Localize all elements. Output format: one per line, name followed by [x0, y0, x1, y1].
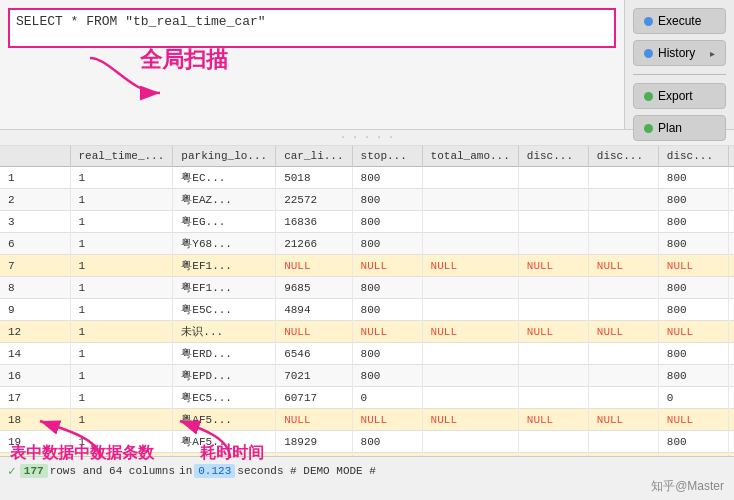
table-cell: 粤EG...: [173, 211, 276, 233]
table-cell: 5018: [276, 167, 352, 189]
table-cell: [518, 189, 588, 211]
table-cell: 粤Y68...: [173, 233, 276, 255]
results-table: real_time_... parking_lo... car_li... st…: [0, 146, 734, 456]
table-cell: [518, 431, 588, 453]
table-row: 171粤EC5...607170000: [0, 387, 734, 409]
col-header-6: disc...: [588, 146, 658, 167]
table-row: 31粤EG...1683680080000: [0, 211, 734, 233]
table-cell: 800: [352, 211, 422, 233]
export-label: Export: [658, 89, 693, 103]
table-cell: 800: [352, 365, 422, 387]
status-check-icon: ✓: [8, 463, 16, 479]
table-cell: NULL: [728, 255, 734, 277]
table-cell: [588, 211, 658, 233]
table-cell: [588, 233, 658, 255]
table-cell: 粤EAZ...: [173, 189, 276, 211]
sql-textarea[interactable]: SELECT * FROM "tb_real_time_car": [8, 8, 616, 48]
table-cell: 800: [658, 299, 728, 321]
status-time-value: 0.123: [194, 464, 235, 478]
table-cell: NULL: [518, 255, 588, 277]
table-cell: [588, 343, 658, 365]
plan-button[interactable]: Plan: [633, 115, 726, 141]
table-cell: [518, 387, 588, 409]
status-rows-suffix: rows and 64 columns: [50, 465, 175, 477]
table-row: 71粤EF1...NULLNULLNULLNULLNULLNULLNULLNUL…: [0, 255, 734, 277]
execute-button[interactable]: Execute: [633, 8, 726, 34]
table-cell: 粤EF1...: [173, 255, 276, 277]
table-cell: 1: [70, 211, 173, 233]
table-cell: 6546: [276, 343, 352, 365]
btn-separator: [633, 74, 726, 75]
export-button[interactable]: Export: [633, 83, 726, 109]
table-cell: [422, 343, 518, 365]
table-cell: 18929: [276, 431, 352, 453]
table-cell: 粤ERD...: [173, 343, 276, 365]
table-cell: 21266: [276, 233, 352, 255]
plan-dot-icon: [644, 124, 653, 133]
annotation-quanju: 全局扫描: [140, 45, 228, 75]
table-cell: [518, 365, 588, 387]
table-cell: 1: [70, 167, 173, 189]
table-cell: 粤EPD...: [173, 365, 276, 387]
table-cell: NULL: [276, 255, 352, 277]
table-cell: 0: [728, 299, 734, 321]
table-cell: 7021: [276, 365, 352, 387]
table-container[interactable]: real_time_... parking_lo... car_li... st…: [0, 146, 734, 456]
history-dot-icon: [644, 49, 653, 58]
col-header-1: parking_lo...: [173, 146, 276, 167]
table-cell: 800: [352, 431, 422, 453]
table-cell: 6: [0, 233, 70, 255]
table-cell: [422, 365, 518, 387]
history-dropdown-icon: ▸: [710, 48, 715, 59]
table-row: 11粤EC...501880080000: [0, 167, 734, 189]
table-cell: 7: [0, 255, 70, 277]
table-cell: [588, 299, 658, 321]
divider-dots: · · · · ·: [0, 130, 734, 146]
table-cell: 800: [658, 233, 728, 255]
table-cell: NULL: [422, 409, 518, 431]
table-cell: [518, 277, 588, 299]
table-cell: 粤E5C...: [173, 299, 276, 321]
table-cell: [422, 189, 518, 211]
table-cell: 9: [0, 299, 70, 321]
table-cell: 1: [70, 365, 173, 387]
table-cell: NULL: [658, 409, 728, 431]
table-cell: [588, 387, 658, 409]
table-cell: 0: [658, 387, 728, 409]
table-cell: 800: [658, 277, 728, 299]
table-cell: NULL: [422, 321, 518, 343]
table-cell: 粤AF5...: [173, 409, 276, 431]
table-cell: 800: [658, 211, 728, 233]
table-cell: NULL: [518, 321, 588, 343]
table-cell: 800: [352, 167, 422, 189]
table-cell: 4894: [276, 299, 352, 321]
table-row: 181粤AF5...NULLNULLNULLNULLNULLNULLNULLNU…: [0, 409, 734, 431]
table-cell: 800: [658, 365, 728, 387]
table-cell: NULL: [276, 321, 352, 343]
table-cell: 16836: [276, 211, 352, 233]
table-cell: NULL: [658, 321, 728, 343]
table-cell: [422, 167, 518, 189]
table-cell: 1: [0, 167, 70, 189]
table-cell: 粤EF1...: [173, 277, 276, 299]
table-cell: 22572: [276, 189, 352, 211]
table-cell: 1: [70, 431, 173, 453]
execute-dot-icon: [644, 17, 653, 26]
col-header-id: [0, 146, 70, 167]
table-cell: 未识...: [173, 321, 276, 343]
table-cell: 800: [658, 343, 728, 365]
table-cell: 800: [352, 299, 422, 321]
col-header-7: disc...: [658, 146, 728, 167]
col-header-0: real_time_...: [70, 146, 173, 167]
table-cell: 粤EC5...: [173, 387, 276, 409]
table-row: 121未识...NULLNULLNULLNULLNULLNULLNULLNULL: [0, 321, 734, 343]
table-cell: NULL: [352, 409, 422, 431]
history-button[interactable]: History ▸: [633, 40, 726, 66]
table-cell: 0: [728, 343, 734, 365]
table-row: 21粤EAZ...2257280080000: [0, 189, 734, 211]
status-rows-count: 177: [20, 464, 48, 478]
table-cell: [518, 233, 588, 255]
table-cell: 0: [728, 189, 734, 211]
table-cell: NULL: [422, 255, 518, 277]
sql-editor-area: SELECT * FROM "tb_real_time_car" 全局扫描 Ex…: [0, 0, 734, 130]
